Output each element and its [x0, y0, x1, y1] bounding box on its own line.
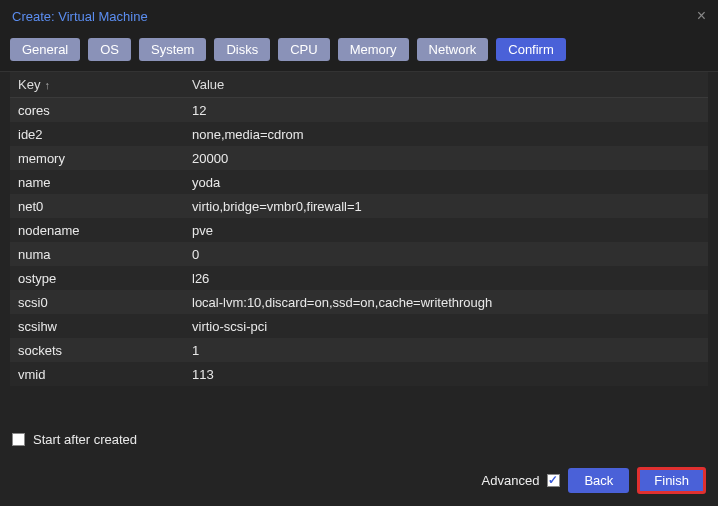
create-vm-dialog: Create: Virtual Machine × GeneralOSSyste…: [0, 0, 718, 506]
dialog-title: Create: Virtual Machine: [12, 9, 148, 24]
tab-os[interactable]: OS: [88, 38, 131, 61]
titlebar: Create: Virtual Machine ×: [0, 0, 718, 30]
table-row[interactable]: numa0: [10, 242, 708, 266]
row-key: scsi0: [10, 295, 184, 310]
table-row[interactable]: nameyoda: [10, 170, 708, 194]
table-row[interactable]: memory20000: [10, 146, 708, 170]
table-header[interactable]: Key ↑ Value: [10, 72, 708, 98]
back-button[interactable]: Back: [568, 468, 629, 493]
row-value: 0: [184, 247, 199, 262]
tab-memory[interactable]: Memory: [338, 38, 409, 61]
row-key: vmid: [10, 367, 184, 382]
row-value: local-lvm:10,discard=on,ssd=on,cache=wri…: [184, 295, 492, 310]
tab-system[interactable]: System: [139, 38, 206, 61]
spacer: [0, 386, 718, 422]
summary-table: Key ↑ Value cores12ide2none,media=cdromm…: [0, 72, 718, 386]
table-row[interactable]: sockets1: [10, 338, 708, 362]
table-row[interactable]: cores12: [10, 98, 708, 122]
row-key: ide2: [10, 127, 184, 142]
row-key: ostype: [10, 271, 184, 286]
row-value: none,media=cdrom: [184, 127, 304, 142]
tab-general[interactable]: General: [10, 38, 80, 61]
row-value: yoda: [184, 175, 220, 190]
advanced-label: Advanced: [482, 473, 540, 488]
row-value: virtio,bridge=vmbr0,firewall=1: [184, 199, 362, 214]
row-key: scsihw: [10, 319, 184, 334]
col-key[interactable]: Key ↑: [10, 77, 184, 92]
table-row[interactable]: ide2none,media=cdrom: [10, 122, 708, 146]
table-row[interactable]: ostypel26: [10, 266, 708, 290]
row-key: name: [10, 175, 184, 190]
advanced-checkbox[interactable]: [547, 474, 560, 487]
finish-button[interactable]: Finish: [637, 467, 706, 494]
row-value: l26: [184, 271, 209, 286]
tab-network[interactable]: Network: [417, 38, 489, 61]
col-key-label: Key: [18, 77, 40, 92]
start-after-checkbox[interactable]: [12, 433, 25, 446]
start-after-row: Start after created: [0, 422, 718, 457]
tab-confirm[interactable]: Confirm: [496, 38, 566, 61]
row-value: 12: [184, 103, 206, 118]
row-key: numa: [10, 247, 184, 262]
row-value: pve: [184, 223, 213, 238]
close-icon[interactable]: ×: [697, 8, 706, 24]
row-value: 1: [184, 343, 199, 358]
col-value[interactable]: Value: [184, 77, 224, 92]
row-key: memory: [10, 151, 184, 166]
row-value: 20000: [184, 151, 228, 166]
tab-disks[interactable]: Disks: [214, 38, 270, 61]
row-value: virtio-scsi-pci: [184, 319, 267, 334]
table-row[interactable]: nodenamepve: [10, 218, 708, 242]
footer: Advanced Back Finish: [0, 457, 718, 506]
row-key: cores: [10, 103, 184, 118]
table-row[interactable]: net0virtio,bridge=vmbr0,firewall=1: [10, 194, 708, 218]
table-row[interactable]: scsi0local-lvm:10,discard=on,ssd=on,cach…: [10, 290, 708, 314]
row-key: net0: [10, 199, 184, 214]
start-after-label: Start after created: [33, 432, 137, 447]
row-value: 113: [184, 367, 214, 382]
wizard-tabs: GeneralOSSystemDisksCPUMemoryNetworkConf…: [0, 30, 718, 72]
row-key: sockets: [10, 343, 184, 358]
table-row[interactable]: scsihwvirtio-scsi-pci: [10, 314, 708, 338]
row-key: nodename: [10, 223, 184, 238]
sort-asc-icon: ↑: [44, 79, 50, 91]
table-body: cores12ide2none,media=cdrommemory20000na…: [10, 98, 708, 386]
col-value-label: Value: [192, 77, 224, 92]
tab-cpu[interactable]: CPU: [278, 38, 329, 61]
table-row[interactable]: vmid113: [10, 362, 708, 386]
